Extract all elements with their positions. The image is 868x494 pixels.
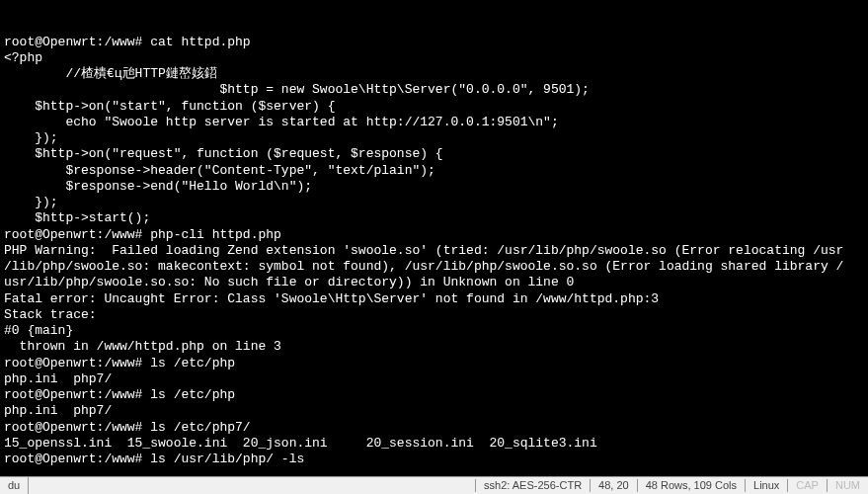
terminal-line: $response->header("Content-Type", "text/… [4, 163, 864, 179]
terminal-line: /lib/php/swoole.so: makecontext: symbol … [4, 259, 864, 275]
status-sys: Linux [745, 479, 787, 493]
terminal-line: root@Openwrt:/www# ls /etc/php7/ [4, 420, 864, 436]
terminal-line: echo "Swoole http server is started at h… [4, 115, 864, 130]
terminal-line: }); [4, 195, 864, 210]
terminal-line: Stack trace: [4, 307, 864, 323]
status-cap: CAP [787, 479, 827, 493]
status-bar: du ssh2: AES-256-CTR 48, 20 48 Rows, 109… [0, 476, 868, 494]
terminal-line: $http = new Swoole\Http\Server("0.0.0.0"… [4, 82, 864, 98]
terminal-line: $response->end("Hello World\n"); [4, 179, 864, 195]
terminal-line: root@Openwrt:/www# ls /etc/php [4, 356, 864, 371]
terminal-line: usr/lib/php/swoole.so.so: No such file o… [4, 275, 864, 290]
terminal-line: root@Openwrt:/www# php-cli httpd.php [4, 227, 864, 243]
status-num: NUM [827, 479, 868, 493]
terminal-line: PHP Warning: Failed loading Zend extensi… [4, 243, 864, 259]
terminal-line: php.ini php7/ [4, 371, 864, 387]
terminal-line: root@Openwrt:/www# ls /etc/php [4, 387, 864, 403]
terminal-line: 15_openssl.ini 15_swoole.ini 20_json.ini… [4, 436, 864, 452]
terminal-line: #0 {main} [4, 323, 864, 339]
terminal-line: thrown in /www/httpd.php on line 3 [4, 339, 864, 355]
status-pos: 48, 20 [590, 479, 637, 493]
terminal-line: root@Openwrt:/www# cat httpd.php [4, 35, 864, 50]
terminal-output[interactable]: root@Openwrt:/www# cat httpd.php<?php //… [0, 0, 868, 494]
terminal-line: php.ini php7/ [4, 403, 864, 419]
status-left: du [0, 477, 29, 494]
terminal-line: $http->on("start", function ($server) { [4, 99, 864, 115]
terminal-line: //楂樻€ц兘HTTP鏈嶅姟鍣​ [4, 66, 864, 82]
terminal-line: $http->start(); [4, 210, 864, 226]
terminal-line: }); [4, 130, 864, 146]
terminal-line: Fatal error: Uncaught Error: Class 'Swoo… [4, 291, 864, 307]
terminal-line: $http->on("request", function ($request,… [4, 146, 864, 162]
terminal-line: <?php [4, 50, 864, 66]
status-cipher: ssh2: AES-256-CTR [475, 479, 590, 493]
status-size: 48 Rows, 109 Cols [637, 479, 745, 493]
terminal-line: root@Openwrt:/www# ls /usr/lib/php/ -ls [4, 452, 864, 467]
